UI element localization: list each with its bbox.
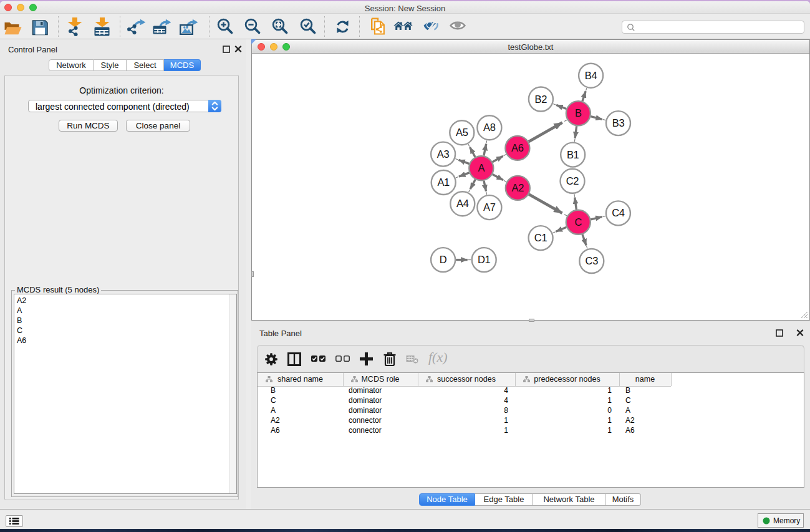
svg-text:B4: B4: [585, 70, 597, 81]
svg-text:A: A: [478, 162, 485, 173]
svg-text:D1: D1: [478, 254, 491, 265]
svg-text:A6: A6: [511, 142, 524, 153]
svg-text:A1: A1: [437, 177, 450, 188]
svg-text:C3: C3: [586, 255, 599, 266]
svg-text:A4: A4: [456, 198, 469, 209]
svg-text:A3: A3: [437, 148, 450, 160]
svg-text:C1: C1: [534, 232, 547, 243]
svg-text:A5: A5: [456, 127, 468, 138]
svg-text:B2: B2: [535, 94, 547, 105]
svg-text:D: D: [440, 254, 447, 265]
svg-text:B1: B1: [567, 149, 579, 160]
svg-text:C4: C4: [612, 207, 625, 218]
svg-text:B: B: [575, 107, 582, 118]
svg-text:A2: A2: [512, 182, 524, 193]
svg-text:A8: A8: [483, 122, 496, 133]
svg-text:B3: B3: [612, 117, 625, 128]
svg-text:C: C: [574, 216, 582, 228]
svg-text:A7: A7: [483, 201, 496, 213]
svg-text:C2: C2: [566, 175, 579, 186]
